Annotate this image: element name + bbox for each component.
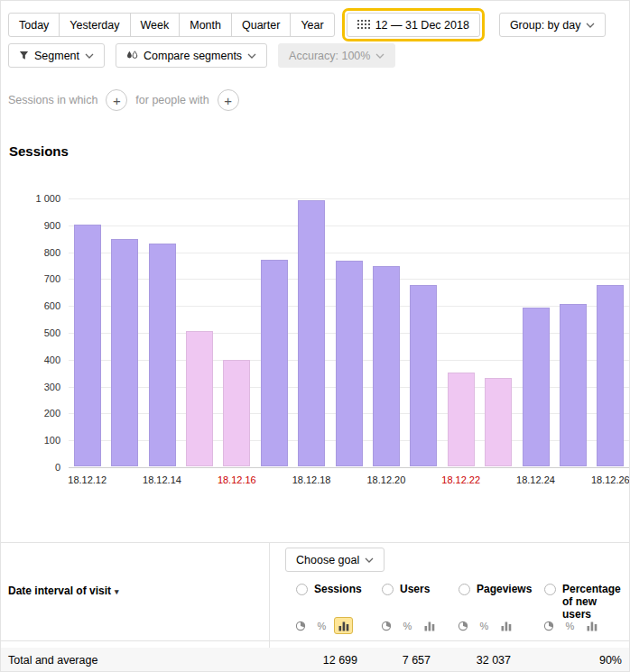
bar-chart-icon[interactable] <box>334 617 353 634</box>
period-tab-group: Today Yesterday Week Month Quarter Year <box>8 13 335 37</box>
metric-header-pageviews[interactable]: Pageviews <box>459 583 513 595</box>
tab-week[interactable]: Week <box>130 13 181 37</box>
x-tick-label: 18.12.14 <box>134 474 191 485</box>
sessions-bar-chart: 01002003004005006007008009001 000 18.12.… <box>1 192 629 492</box>
chart-type-toggle-users: % <box>376 617 439 634</box>
chart-bar-18.12.19[interactable] <box>336 261 363 466</box>
metric-column-pageviews: Pageviews % <box>459 583 513 642</box>
bar-chart-icon[interactable] <box>420 617 439 634</box>
sessions-in-which-label: Sessions in which <box>8 94 97 106</box>
section-title: Sessions <box>9 143 69 159</box>
radio-pageviews[interactable] <box>459 584 470 595</box>
date-interval-label: Date interval of visit <box>8 585 111 597</box>
y-tick-label: 500 <box>1 327 60 338</box>
chart-bar-18.12.12[interactable] <box>74 225 101 466</box>
total-row: Total and average 12 699 7 657 32 037 90… <box>1 648 629 671</box>
metric-column-new-users: Percentage of new users % <box>544 583 624 642</box>
choose-goal-label: Choose goal <box>296 554 359 566</box>
chart-bar-18.12.25[interactable] <box>560 304 587 466</box>
segment-dropdown[interactable]: Segment <box>8 43 105 68</box>
chart-bar-18.12.20[interactable] <box>373 266 400 466</box>
metric-label-sessions: Sessions <box>314 583 362 595</box>
chart-y-axis: 01002003004005006007008009001 000 <box>1 198 60 467</box>
percent-icon[interactable]: % <box>312 617 331 634</box>
chart-type-toggle-sessions: % <box>291 617 353 634</box>
y-tick-label: 0 <box>1 462 60 473</box>
chevron-down-icon <box>365 557 374 563</box>
chevron-down-icon <box>375 53 384 59</box>
chart-bar-18.12.21[interactable] <box>410 285 437 466</box>
pie-chart-icon[interactable] <box>453 617 472 634</box>
tab-year-label: Year <box>301 19 323 32</box>
tab-week-label: Week <box>141 19 170 32</box>
x-tick-label: 18.12.18 <box>283 474 340 485</box>
chart-bar-18.12.23[interactable] <box>485 378 512 466</box>
x-tick-label: 18.12.16 <box>208 474 265 485</box>
metric-column-users: Users % <box>382 583 432 642</box>
metric-header-sessions[interactable]: Sessions <box>296 583 359 595</box>
chart-bar-18.12.15[interactable] <box>186 331 213 466</box>
y-tick-label: 800 <box>1 247 60 258</box>
radio-users[interactable] <box>382 584 394 595</box>
chart-bar-18.12.14[interactable] <box>149 244 176 466</box>
sort-triangle-icon: ▾ <box>115 587 119 596</box>
plus-icon: + <box>224 94 232 107</box>
add-session-condition-button[interactable]: + <box>106 89 127 111</box>
metric-column-sessions: Sessions % <box>296 583 359 642</box>
for-people-with-label: for people with <box>135 94 208 106</box>
y-tick-label: 700 <box>1 273 60 284</box>
accuracy-label: Accuracy: 100% <box>289 50 370 62</box>
bar-chart-icon[interactable] <box>582 617 601 634</box>
chart-plot <box>69 198 629 467</box>
chart-bar-18.12.26[interactable] <box>597 285 624 466</box>
tab-quarter[interactable]: Quarter <box>231 13 291 37</box>
chart-type-toggle-new-users: % <box>539 617 601 634</box>
chart-bar-18.12.22[interactable] <box>448 373 475 466</box>
chart-bar-18.12.24[interactable] <box>523 308 550 466</box>
tab-month-label: Month <box>190 19 221 32</box>
group-by-dropdown[interactable]: Group: by day <box>499 13 607 37</box>
metric-header-new-users[interactable]: Percentage of new users <box>544 583 624 621</box>
bar-chart-icon[interactable] <box>496 617 515 634</box>
date-range-label: 12 — 31 Dec 2018 <box>375 19 469 32</box>
radio-sessions[interactable] <box>296 584 308 595</box>
date-range-highlight: 12 — 31 Dec 2018 <box>342 8 485 41</box>
compare-drops-icon <box>126 51 138 61</box>
metrica-report-page: Today Yesterday Week Month Quarter Year … <box>0 0 630 672</box>
metric-header-users[interactable]: Users <box>382 583 432 595</box>
pie-chart-icon[interactable] <box>376 617 395 634</box>
percent-icon[interactable]: % <box>561 617 579 634</box>
calendar-grid-icon <box>357 20 370 30</box>
x-tick-label: 18.12.22 <box>432 474 490 485</box>
add-user-condition-button[interactable]: + <box>218 89 239 111</box>
tab-today[interactable]: Today <box>8 13 60 37</box>
accuracy-dropdown[interactable]: Accuracy: 100% <box>278 43 395 68</box>
pie-chart-icon[interactable] <box>291 617 310 634</box>
choose-goal-dropdown[interactable]: Choose goal <box>285 548 384 572</box>
chart-bar-18.12.18[interactable] <box>298 200 325 466</box>
gridline <box>69 226 629 226</box>
percent-icon[interactable]: % <box>475 617 494 634</box>
chart-bar-18.12.16[interactable] <box>223 360 250 466</box>
pie-chart-icon[interactable] <box>539 617 558 634</box>
header-underline <box>1 640 629 641</box>
funnel-icon <box>19 51 29 60</box>
date-interval-column-header[interactable]: Date interval of visit▾ <box>8 585 119 597</box>
date-range-button[interactable]: 12 — 31 Dec 2018 <box>347 13 480 37</box>
chevron-down-icon <box>85 53 94 59</box>
filter-bar: Sessions in which + for people with + <box>8 89 239 111</box>
tab-yesterday[interactable]: Yesterday <box>59 13 130 37</box>
total-row-label: Total and average <box>8 648 97 672</box>
segment-toolbar: Segment Compare segments Accuracy: 100% <box>8 43 395 68</box>
metric-label-users: Users <box>400 583 430 595</box>
chart-bar-18.12.13[interactable] <box>111 239 138 466</box>
radio-new-users[interactable] <box>544 584 556 595</box>
x-tick-label: 18.12.20 <box>357 474 415 485</box>
percent-icon[interactable]: % <box>398 617 417 634</box>
compare-segments-dropdown[interactable]: Compare segments <box>116 43 267 68</box>
tab-month[interactable]: Month <box>179 13 232 37</box>
tab-year[interactable]: Year <box>290 13 334 37</box>
chart-bar-18.12.17[interactable] <box>261 260 288 466</box>
total-pageviews-value: 32 037 <box>477 648 511 672</box>
y-tick-label: 200 <box>1 408 60 419</box>
